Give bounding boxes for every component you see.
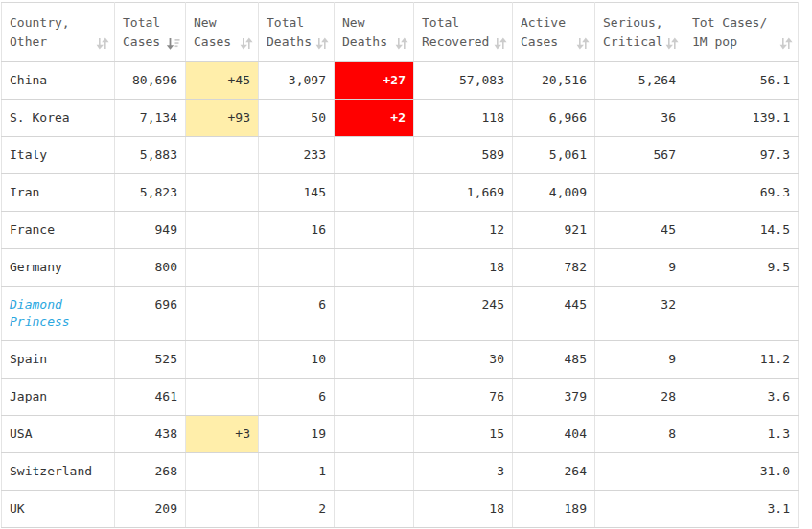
total_deaths-cell: 3,097	[259, 62, 335, 100]
cases_per_1m-cell: 139.1	[684, 100, 799, 137]
new_deaths-cell	[335, 287, 414, 341]
serious_critical-cell: 8	[595, 416, 684, 453]
header-label-line1: Serious,	[603, 13, 676, 33]
country-cell: Switzerland	[2, 453, 115, 491]
serious_critical-cell: 567	[595, 137, 684, 174]
table-row-spain: Spain5251030485911.2	[2, 341, 799, 379]
total_deaths-cell: 10	[259, 341, 335, 379]
column-header-new_deaths[interactable]: NewDeaths	[335, 3, 414, 62]
header-label-line1: Active	[521, 13, 587, 33]
total_cases-cell: 461	[115, 379, 186, 416]
column-header-new_cases[interactable]: NewCases	[186, 3, 259, 62]
country-label: S. Korea	[10, 110, 70, 125]
total_recovered-cell: 118	[414, 100, 513, 137]
active_cases-cell: 264	[513, 453, 595, 491]
new_cases-cell	[186, 249, 259, 287]
cases_per_1m-cell	[684, 287, 799, 341]
serious_critical-cell	[595, 453, 684, 491]
cases_per_1m-cell: 1.3	[684, 416, 799, 453]
new_cases-cell: +93	[186, 100, 259, 137]
total_recovered-cell: 589	[414, 137, 513, 174]
country-label: Japan	[10, 389, 47, 403]
country-cell: Iran	[2, 174, 115, 212]
table-row-italy: Italy5,8832335895,06156797.3	[2, 137, 799, 174]
column-header-total_deaths[interactable]: TotalDeaths	[259, 3, 335, 62]
table-row-china: China80,696+453,097+2757,08320,5165,2645…	[2, 62, 799, 100]
serious_critical-cell: 5,264	[595, 62, 684, 100]
country-link[interactable]: Diamond Princess	[10, 297, 70, 329]
country-label: Italy	[10, 148, 47, 162]
header-label-line2: Other	[10, 33, 106, 52]
new_deaths-cell	[335, 341, 414, 379]
column-header-serious_critical[interactable]: Serious,Critical	[595, 3, 684, 62]
total_deaths-cell: 16	[259, 212, 335, 249]
total_deaths-cell: 2	[259, 491, 335, 528]
new_cases-cell	[186, 287, 259, 341]
total_deaths-cell: 50	[259, 100, 335, 137]
total_recovered-cell: 3	[414, 453, 513, 491]
active_cases-cell: 189	[513, 491, 595, 528]
header-label-line1: Country,	[10, 13, 106, 33]
new_cases-cell	[186, 453, 259, 491]
table-row-iran: Iran5,8231451,6694,00969.3	[2, 174, 799, 212]
total_cases-cell: 268	[115, 453, 186, 491]
country-label: Germany	[10, 260, 62, 274]
active_cases-cell: 404	[513, 416, 595, 453]
serious_critical-cell: 32	[595, 287, 684, 341]
cases_per_1m-cell: 97.3	[684, 137, 799, 174]
coronavirus-stats-table: Country,OtherTotalCasesNewCasesTotalDeat…	[1, 2, 799, 528]
header-row: Country,OtherTotalCasesNewCasesTotalDeat…	[2, 3, 799, 62]
active_cases-cell: 5,061	[513, 137, 595, 174]
total_cases-cell: 525	[115, 341, 186, 379]
new_cases-cell	[186, 491, 259, 528]
total_deaths-cell: 233	[259, 137, 335, 174]
column-header-active_cases[interactable]: ActiveCases	[513, 3, 595, 62]
country-label: USA	[10, 426, 32, 441]
country-label: Spain	[10, 352, 47, 366]
table-row-switzerland: Switzerland2681326431.0	[2, 453, 799, 491]
new_deaths-cell	[335, 379, 414, 416]
total_cases-cell: 5,883	[115, 137, 186, 174]
column-header-cases_per_1m[interactable]: Tot Cases/1M pop	[684, 3, 799, 62]
total_cases-cell: 949	[115, 212, 186, 249]
country-label: France	[10, 222, 55, 237]
total_recovered-cell: 18	[414, 249, 513, 287]
active_cases-cell: 20,516	[513, 62, 595, 100]
new_deaths-cell	[335, 174, 414, 212]
country-label: Iran	[10, 185, 39, 199]
serious_critical-cell	[595, 491, 684, 528]
total_cases-cell: 696	[115, 287, 186, 341]
country-cell: Germany	[2, 249, 115, 287]
total_cases-cell: 5,823	[115, 174, 186, 212]
header-label-line1: Total	[422, 13, 504, 33]
serious_critical-cell: 45	[595, 212, 684, 249]
country-cell: Japan	[2, 379, 115, 416]
new_cases-cell	[186, 212, 259, 249]
active_cases-cell: 4,009	[513, 174, 595, 212]
total_recovered-cell: 15	[414, 416, 513, 453]
serious_critical-cell: 28	[595, 379, 684, 416]
table-row-usa: USA438+3191540481.3	[2, 416, 799, 453]
header-label-line1: Total	[267, 13, 326, 33]
new_cases-cell	[186, 174, 259, 212]
total_recovered-cell: 30	[414, 341, 513, 379]
total_recovered-cell: 18	[414, 491, 513, 528]
cases_per_1m-cell: 56.1	[684, 62, 799, 100]
column-header-total_cases[interactable]: TotalCases	[115, 3, 186, 62]
column-header-total_recovered[interactable]: TotalRecovered	[414, 3, 513, 62]
total_deaths-cell: 145	[259, 174, 335, 212]
total_deaths-cell: 6	[259, 379, 335, 416]
total_cases-cell: 800	[115, 249, 186, 287]
country-cell: USA	[2, 416, 115, 453]
new_cases-cell	[186, 379, 259, 416]
cases_per_1m-cell: 14.5	[684, 212, 799, 249]
total_cases-cell: 80,696	[115, 62, 186, 100]
column-header-country[interactable]: Country,Other	[2, 3, 115, 62]
new_deaths-cell	[335, 249, 414, 287]
new_cases-cell	[186, 137, 259, 174]
country-cell: Italy	[2, 137, 115, 174]
country-cell: Spain	[2, 341, 115, 379]
cases_per_1m-cell: 31.0	[684, 453, 799, 491]
coronavirus-stats-page: Country,OtherTotalCasesNewCasesTotalDeat…	[0, 2, 812, 529]
cases_per_1m-cell: 9.5	[684, 249, 799, 287]
